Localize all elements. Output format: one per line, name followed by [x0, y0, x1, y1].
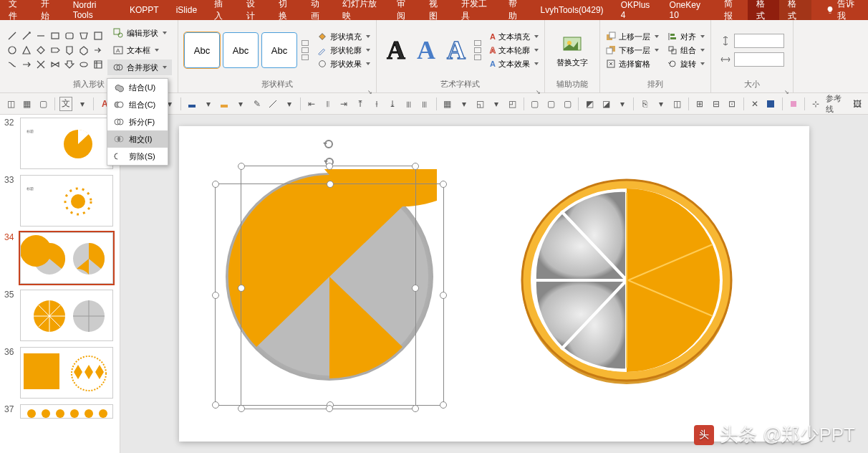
merge-intersect[interactable]: 相交(I)	[107, 130, 168, 148]
merge-fragment[interactable]: 拆分(F)	[107, 113, 168, 130]
shape-gallery[interactable]	[6, 29, 105, 71]
resize-handle[interactable]	[440, 292, 447, 299]
qt-btn[interactable]: ◪	[599, 97, 613, 111]
edit-shape-button[interactable]: 编辑形状	[107, 25, 172, 41]
tab-lvyh[interactable]: LvyhTools(0429)	[532, 0, 612, 20]
text-outline-button[interactable]: A 文本轮廓	[490, 45, 539, 56]
tab-view[interactable]: 视图	[420, 0, 453, 20]
resize-handle[interactable]	[326, 405, 333, 412]
shape-style-preset-3[interactable]: Abc	[261, 32, 297, 68]
qt-btn[interactable]	[787, 97, 801, 111]
resize-handle[interactable]	[440, 401, 447, 409]
group-button[interactable]: 组合	[667, 45, 705, 56]
resize-handle[interactable]	[212, 292, 219, 299]
width-input[interactable]	[734, 52, 784, 67]
height-input[interactable]	[734, 34, 784, 48]
qt-btn[interactable]: ▦	[441, 97, 455, 111]
qt-btn[interactable]: ▾	[655, 97, 668, 111]
qt-btn[interactable]: ▾	[457, 97, 471, 111]
slide-thumbnail-35[interactable]	[20, 290, 113, 341]
qt-btn[interactable]: ▢	[37, 97, 50, 111]
qt-align-left[interactable]: ⇤	[305, 97, 319, 111]
qt-btn[interactable]: ▢	[544, 97, 558, 111]
qt-btn[interactable]: ◩	[583, 97, 597, 111]
wordart-preset-1[interactable]: A	[382, 35, 410, 65]
selection-pane-button[interactable]: 选择窗格	[606, 59, 659, 70]
qt-btn[interactable]: ▾	[75, 97, 89, 111]
merge-combine[interactable]: 组合(C)	[107, 96, 168, 113]
tab-brief[interactable]: 简报	[715, 0, 748, 20]
tab-file[interactable]: 文件	[0, 0, 32, 20]
qt-guides[interactable]: ⊹	[809, 97, 823, 111]
text-box-button[interactable]: A 文本框	[107, 42, 172, 58]
qt-align-middle[interactable]: ⫲	[370, 97, 383, 111]
qt-align-right[interactable]: ⇥	[337, 97, 351, 111]
shape-style-preset-1[interactable]: Abc	[184, 32, 220, 68]
shape-style-preset-2[interactable]: Abc	[223, 32, 259, 68]
rotation-handle[interactable]	[322, 138, 335, 151]
resize-handle[interactable]	[412, 285, 419, 292]
qt-btn[interactable]: ▾	[201, 97, 215, 111]
tab-okplus[interactable]: OKPlus 4	[612, 0, 661, 20]
shape-style-more[interactable]	[300, 40, 310, 60]
text-effects-button[interactable]: A 文本效果	[490, 59, 539, 70]
qt-align-top[interactable]: ⤒	[354, 97, 367, 111]
qt-btn[interactable]: ▾	[489, 97, 503, 111]
resize-handle[interactable]	[238, 285, 245, 292]
wordart-preset-3[interactable]: A	[443, 35, 470, 65]
qt-btn[interactable]: ⎘	[638, 97, 652, 111]
slide-thumbnail-33[interactable]: 标题	[20, 175, 113, 226]
qt-btn[interactable]	[764, 97, 778, 111]
tab-format-1[interactable]: 格式	[748, 0, 780, 20]
qt-btn[interactable]: 🖼	[850, 97, 864, 111]
shape-effects-button[interactable]: 形状效果	[317, 59, 370, 70]
tab-onekey[interactable]: OneKey 10	[661, 0, 715, 20]
send-backward-button[interactable]: 下移一层	[606, 45, 659, 56]
resize-handle[interactable]	[326, 163, 333, 170]
shape-fill-button[interactable]: 形状填充	[317, 32, 370, 42]
thumbnail-panel[interactable]: 32 标题 33 标题 34 35	[0, 115, 120, 453]
alt-text-button[interactable]: 替换文字	[551, 30, 594, 71]
qt-outline[interactable]	[218, 97, 231, 111]
tab-slideshow[interactable]: 幻灯片放映	[334, 0, 388, 20]
slide-thumbnail-32[interactable]: 标题	[20, 118, 113, 169]
tab-review[interactable]: 审阅	[388, 0, 420, 20]
slide-thumbnail-37[interactable]	[20, 404, 113, 419]
resize-handle[interactable]	[412, 163, 419, 170]
qt-btn[interactable]: ◫	[4, 97, 18, 111]
shape-outline-button[interactable]: 形状轮廓	[317, 45, 370, 56]
size-launcher[interactable]	[784, 84, 791, 91]
resize-handle[interactable]	[238, 405, 245, 412]
align-button[interactable]: 对齐	[667, 32, 705, 42]
qt-dist-h[interactable]: ⫼	[402, 97, 416, 111]
resize-handle[interactable]	[412, 405, 419, 412]
tab-transition[interactable]: 切换	[270, 0, 302, 20]
tell-me[interactable]: 告诉我	[817, 0, 868, 20]
bring-forward-button[interactable]: 上移一层	[606, 32, 659, 42]
qt-btn[interactable]: ▢	[561, 97, 574, 111]
wordart-preset-2[interactable]: A	[413, 35, 440, 65]
canvas-area[interactable]	[120, 115, 868, 453]
qt-btn[interactable]	[266, 97, 280, 111]
tab-design[interactable]: 设计	[238, 0, 270, 20]
qt-btn[interactable]: ✕	[748, 97, 761, 111]
shape-styles-launcher[interactable]	[367, 84, 375, 91]
merge-union[interactable]: 结合(U)	[107, 79, 168, 96]
tab-insert[interactable]: 插入	[206, 0, 238, 20]
rotate-button[interactable]: 旋转	[667, 59, 705, 70]
qt-btn[interactable]: ◰	[506, 97, 519, 111]
qt-btn[interactable]: ◱	[473, 97, 487, 111]
merge-shapes-button[interactable]: 合并形状	[107, 59, 172, 75]
qt-btn[interactable]: ▢	[529, 97, 542, 111]
slide-canvas[interactable]	[179, 126, 809, 442]
tab-nordri[interactable]: Nordri Tools	[64, 0, 121, 20]
qt-btn[interactable]: ⊡	[725, 97, 739, 111]
qt-btn[interactable]: ▦	[21, 97, 34, 111]
qt-btn[interactable]: ▾	[234, 97, 248, 111]
qt-align-center[interactable]: ⫴	[322, 97, 335, 111]
qt-textbox[interactable]: 文	[59, 97, 73, 111]
tab-koppt[interactable]: KOPPT	[121, 0, 168, 20]
qt-btn[interactable]: ⊟	[709, 97, 723, 111]
qt-btn[interactable]: ⊞	[693, 97, 707, 111]
resize-handle[interactable]	[238, 163, 245, 170]
